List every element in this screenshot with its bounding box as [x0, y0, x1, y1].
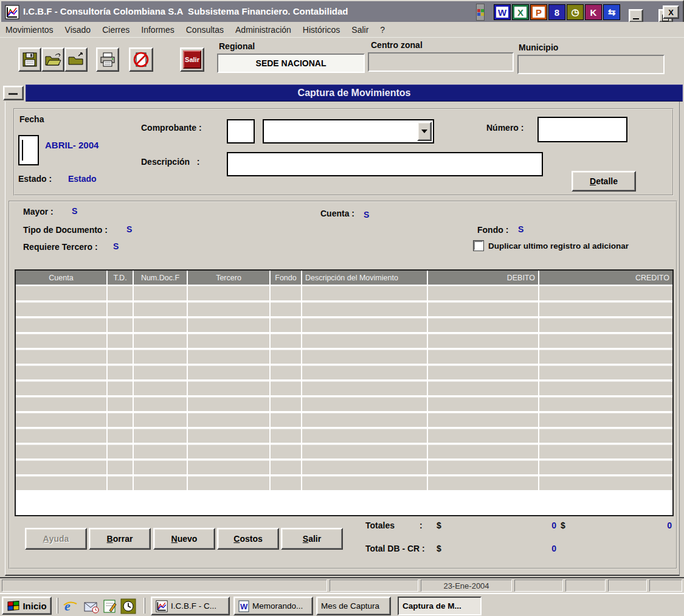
grid-cell[interactable]: [16, 317, 107, 333]
duplicar-checkbox[interactable]: [474, 241, 483, 251]
grid-cell[interactable]: [187, 412, 270, 427]
exit-button[interactable]: Salir: [180, 47, 204, 72]
grid-cell[interactable]: [133, 301, 187, 317]
grid-cell[interactable]: [107, 475, 133, 491]
salir-button[interactable]: Salir: [281, 528, 343, 550]
grid-cell[interactable]: [187, 427, 270, 443]
grid-cell[interactable]: [16, 380, 107, 396]
grid-cell[interactable]: [133, 396, 187, 412]
grid-row[interactable]: [16, 348, 672, 364]
grid-cell[interactable]: [133, 380, 187, 396]
menu-help[interactable]: ?: [380, 25, 385, 35]
grid-cell[interactable]: [133, 443, 187, 459]
grid-cell[interactable]: [107, 412, 133, 427]
grid-cell[interactable]: [427, 333, 539, 348]
open-button[interactable]: [41, 47, 64, 72]
grid-cell[interactable]: [107, 380, 133, 396]
grid-cell[interactable]: [187, 443, 270, 459]
save-button[interactable]: [18, 47, 41, 72]
grid-cell[interactable]: [107, 301, 133, 317]
grid-cell[interactable]: [539, 396, 672, 412]
combobox-dropdown-button[interactable]: [417, 122, 432, 141]
grid-cell[interactable]: [270, 380, 302, 396]
descripcion-input[interactable]: [227, 152, 543, 176]
grid-cell[interactable]: [539, 475, 672, 491]
grid-row[interactable]: [16, 396, 672, 412]
minimize-button[interactable]: [629, 9, 643, 22]
grid-cell[interactable]: [187, 333, 270, 348]
grid-cell[interactable]: [187, 475, 270, 491]
grid-cell[interactable]: [133, 333, 187, 348]
borrar-button[interactable]: Borrar: [89, 528, 151, 550]
grid-cell[interactable]: [270, 443, 302, 459]
grid-cell[interactable]: [302, 364, 427, 380]
grid-cell[interactable]: [187, 301, 270, 317]
grid-cell[interactable]: [16, 412, 107, 427]
grid-cell[interactable]: [16, 333, 107, 348]
grid-cell[interactable]: [302, 285, 427, 301]
grid-cell[interactable]: [270, 427, 302, 443]
capture-window-titlebar[interactable]: Captura de Movimientos: [26, 85, 683, 102]
grid-row[interactable]: [16, 412, 672, 427]
grid-cell[interactable]: [107, 317, 133, 333]
grid-row[interactable]: [16, 380, 672, 396]
grid-cell[interactable]: [427, 443, 539, 459]
grid-cell[interactable]: [16, 301, 107, 317]
comprobante-code-input[interactable]: [227, 119, 255, 144]
grid-cell[interactable]: [133, 364, 187, 380]
schedule-clock-icon[interactable]: ◷: [567, 4, 584, 20]
grid-cell[interactable]: [187, 396, 270, 412]
grid-cell[interactable]: [427, 427, 539, 443]
costos-button[interactable]: Costos: [217, 528, 279, 550]
grid-cell[interactable]: [302, 348, 427, 364]
grid-cell[interactable]: [539, 333, 672, 348]
grid-cell[interactable]: [427, 364, 539, 380]
menu-movimientos[interactable]: Movimientos: [5, 25, 54, 35]
grid-cell[interactable]: [107, 396, 133, 412]
numero-input[interactable]: [537, 117, 627, 142]
outlook-mail-icon[interactable]: [83, 598, 99, 614]
grid-cell[interactable]: [133, 412, 187, 427]
grid-cell[interactable]: [427, 412, 539, 427]
grid-cell[interactable]: [270, 285, 302, 301]
grid-cell[interactable]: [302, 380, 427, 396]
powerpoint-icon[interactable]: P: [530, 4, 547, 20]
grid-cell[interactable]: [302, 443, 427, 459]
grid-row[interactable]: [16, 443, 672, 459]
menu-informes[interactable]: Informes: [141, 25, 174, 35]
grid-cell[interactable]: [270, 475, 302, 491]
grid-cell[interactable]: [270, 317, 302, 333]
task-mes-de-captura[interactable]: Mes de Captura: [316, 597, 391, 615]
grid-cell[interactable]: [107, 348, 133, 364]
nuevo-button[interactable]: Nuevo: [153, 528, 215, 550]
grid-cell[interactable]: [133, 317, 187, 333]
grid-cell[interactable]: [302, 475, 427, 491]
grid-cell[interactable]: [16, 396, 107, 412]
grid-cell[interactable]: [302, 301, 427, 317]
notes-icon[interactable]: [102, 598, 118, 614]
grid-cell[interactable]: [107, 333, 133, 348]
grid-cell[interactable]: [427, 285, 539, 301]
internet-explorer-icon[interactable]: e: [63, 598, 77, 614]
grid-cell[interactable]: [427, 475, 539, 491]
grid-cell[interactable]: [270, 333, 302, 348]
grid-cell[interactable]: [539, 427, 672, 443]
grid-row[interactable]: [16, 317, 672, 333]
menu-administracion[interactable]: Administración: [235, 25, 291, 35]
menu-historicos[interactable]: Históricos: [303, 25, 340, 35]
comprobante-combobox[interactable]: [263, 119, 434, 144]
grid-row[interactable]: [16, 285, 672, 301]
clock-launcher-icon[interactable]: [120, 598, 136, 614]
grid-cell[interactable]: [270, 412, 302, 427]
grid-cell[interactable]: [107, 364, 133, 380]
grid-row[interactable]: [16, 333, 672, 348]
task-icbf[interactable]: I.C.B.F - C...: [151, 597, 230, 615]
grid-cell[interactable]: [302, 396, 427, 412]
grid-cell[interactable]: [16, 459, 107, 475]
grid-cell[interactable]: [187, 285, 270, 301]
grid-cell[interactable]: [539, 459, 672, 475]
grid-cell[interactable]: [16, 285, 107, 301]
grid-cell[interactable]: [133, 459, 187, 475]
grid-cell[interactable]: [187, 364, 270, 380]
grid-cell[interactable]: [302, 459, 427, 475]
